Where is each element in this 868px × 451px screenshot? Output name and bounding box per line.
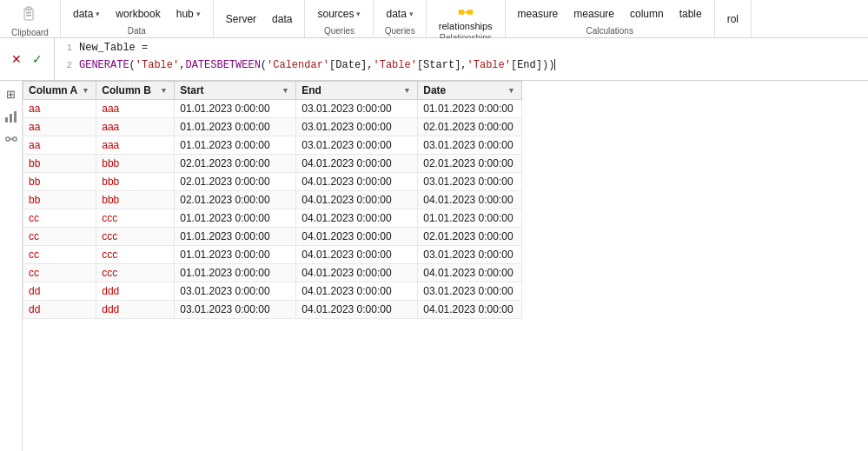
data-section-label: Data xyxy=(66,26,208,36)
cell-col-b: bbb xyxy=(96,173,175,191)
formula-end-bracket: [End])) xyxy=(511,59,554,71)
calculations-section: measure measure column table Calculation… xyxy=(506,0,715,37)
workbook-menu-item[interactable]: workbook xyxy=(109,4,167,23)
measure-button-2[interactable]: measure xyxy=(567,4,621,23)
table-body: aaaaa01.01.2023 0:00:0003.01.2023 0:00:0… xyxy=(23,100,522,319)
clipboard-section: Clipboard xyxy=(0,0,61,37)
table-row[interactable]: ccccc01.01.2023 0:00:0004.01.2023 0:00:0… xyxy=(23,264,522,282)
table-row[interactable]: aaaaa01.01.2023 0:00:0003.01.2023 0:00:0… xyxy=(23,118,522,136)
col-header-b[interactable]: Column B ▾ xyxy=(96,82,175,100)
table-row[interactable]: ccccc01.01.2023 0:00:0004.01.2023 0:00:0… xyxy=(23,246,522,264)
svg-rect-10 xyxy=(6,137,10,141)
relationships-button[interactable]: relationships xyxy=(432,2,500,33)
col-start-filter[interactable]: ▾ xyxy=(281,85,290,96)
cell-col-b: aaa xyxy=(96,136,175,155)
confirm-formula-button[interactable]: ✓ xyxy=(28,50,47,69)
table-row[interactable]: bbbbb02.01.2023 0:00:0004.01.2023 0:00:0… xyxy=(23,191,522,209)
clipboard-icon-area xyxy=(14,2,47,28)
cell-col-b: bbb xyxy=(96,155,175,173)
col-a-filter[interactable]: ▾ xyxy=(81,85,90,96)
formula-line-content-2[interactable]: GENERATE('Table',DATESBETWEEN('Calendar'… xyxy=(79,59,555,71)
col-end-filter[interactable]: ▾ xyxy=(402,85,412,96)
cell-col-b: aaa xyxy=(96,118,175,136)
queries-section-label: Queries xyxy=(379,26,420,36)
col-header-start[interactable]: Start ▾ xyxy=(175,82,296,100)
sources-menu-item[interactable]: sources ▾ xyxy=(310,4,368,23)
cell-date: 03.01.2023 0:00:00 xyxy=(418,136,522,155)
cell-start: 02.01.2023 0:00:00 xyxy=(175,173,296,191)
table-row[interactable]: aaaaa01.01.2023 0:00:0003.01.2023 0:00:0… xyxy=(23,136,522,155)
formula-string-table: 'Table' xyxy=(136,59,179,71)
menu-bar: Clipboard data ▾ workbook hub ▾ Data xyxy=(0,0,868,38)
cell-start: 03.01.2023 0:00:00 xyxy=(175,301,296,319)
sidebar-icon-chart[interactable] xyxy=(2,107,21,126)
measure-button-1[interactable]: measure xyxy=(511,4,566,23)
formula-new-table: New_Table = xyxy=(79,42,148,54)
data-menu-item[interactable]: data ▾ xyxy=(66,4,107,23)
col-end-label: End xyxy=(301,84,321,96)
queries-data-chevron: ▾ xyxy=(409,10,414,18)
cell-col-a: cc xyxy=(23,209,96,228)
cell-end: 04.01.2023 0:00:00 xyxy=(296,282,418,301)
calculations-label: Calculations xyxy=(511,26,709,36)
table-row[interactable]: aaaaa01.01.2023 0:00:0003.01.2023 0:00:0… xyxy=(23,100,522,118)
hub-menu-item[interactable]: hub ▾ xyxy=(169,4,208,23)
cell-start: 03.01.2023 0:00:00 xyxy=(175,282,296,301)
rol-label: rol xyxy=(727,13,739,25)
cell-col-a: cc xyxy=(23,228,96,246)
cell-date: 02.01.2023 0:00:00 xyxy=(418,228,522,246)
col-date-filter[interactable]: ▾ xyxy=(507,85,516,96)
cell-col-b: ccc xyxy=(96,264,175,282)
data-table-area[interactable]: Column A ▾ Column B ▾ St xyxy=(23,81,868,451)
table-row[interactable]: bbbbb02.01.2023 0:00:0004.01.2023 0:00:0… xyxy=(23,173,522,191)
table-row[interactable]: ddddd03.01.2023 0:00:0004.01.2023 0:00:0… xyxy=(23,301,522,319)
table-row[interactable]: ccccc01.01.2023 0:00:0004.01.2023 0:00:0… xyxy=(23,228,522,246)
column-button[interactable]: column xyxy=(623,4,671,23)
app-container: Clipboard data ▾ workbook hub ▾ Data xyxy=(0,0,868,451)
col-b-filter[interactable]: ▾ xyxy=(159,85,169,96)
cell-start: 01.01.2023 0:00:00 xyxy=(175,228,296,246)
col-header-end[interactable]: End ▾ xyxy=(296,82,418,100)
cell-col-a: aa xyxy=(23,136,96,155)
rol-menu-item[interactable]: rol xyxy=(720,10,745,29)
cell-end: 04.01.2023 0:00:00 xyxy=(296,209,418,228)
queries-data-menu-item[interactable]: data ▾ xyxy=(379,4,420,23)
table-label: table xyxy=(679,8,702,20)
cell-col-a: aa xyxy=(23,118,96,136)
server-data-menu-item[interactable]: data xyxy=(265,10,299,29)
cell-start: 01.01.2023 0:00:00 xyxy=(175,118,296,136)
workbook-label: workbook xyxy=(116,8,160,20)
cell-end: 04.01.2023 0:00:00 xyxy=(296,191,418,209)
col-header-a[interactable]: Column A ▾ xyxy=(23,82,96,100)
cell-col-b: bbb xyxy=(96,191,175,209)
formula-paren-open: ( xyxy=(129,59,136,71)
left-sidebar: ⊞ xyxy=(0,81,23,451)
formula-start-bracket: [Start], xyxy=(417,59,467,71)
cell-date: 03.01.2023 0:00:00 xyxy=(418,246,522,264)
server-menu-item[interactable]: Server xyxy=(219,10,263,29)
cell-col-a: dd xyxy=(23,301,96,319)
sidebar-icon-link[interactable] xyxy=(2,129,21,149)
content-area: ⊞ xyxy=(0,81,868,451)
relationships-section: relationships Relationships xyxy=(427,0,506,37)
formula-paren2-open: ( xyxy=(261,59,267,71)
formula-cursor xyxy=(554,59,555,70)
svg-rect-9 xyxy=(14,111,17,123)
svg-rect-8 xyxy=(10,114,12,123)
cancel-formula-button[interactable]: ✕ xyxy=(7,50,26,69)
table-row[interactable]: bbbbb02.01.2023 0:00:0004.01.2023 0:00:0… xyxy=(23,155,522,173)
formula-datesbetween-kw: DATESBETWEEN xyxy=(185,59,260,71)
measure-label-2: measure xyxy=(573,8,614,20)
measure-label-1: measure xyxy=(518,8,559,20)
col-header-date[interactable]: Date ▾ xyxy=(418,82,522,100)
cell-col-a: cc xyxy=(23,264,96,282)
sidebar-icon-grid[interactable]: ⊞ xyxy=(2,84,21,103)
table-row[interactable]: ccccc01.01.2023 0:00:0004.01.2023 0:00:0… xyxy=(23,209,522,228)
table-button[interactable]: table xyxy=(673,4,709,23)
cell-col-a: bb xyxy=(23,191,96,209)
server-label: Server xyxy=(226,13,256,25)
formula-lines: 1 New_Table = 2 GENERATE('Table',DATESBE… xyxy=(55,38,868,80)
table-row[interactable]: ddddd03.01.2023 0:00:0004.01.2023 0:00:0… xyxy=(23,282,522,301)
hub-chevron: ▾ xyxy=(196,10,201,18)
formula-wrapper: ✕ ✓ 1 New_Table = 2 GENERATE('Table',DAT… xyxy=(0,38,868,81)
